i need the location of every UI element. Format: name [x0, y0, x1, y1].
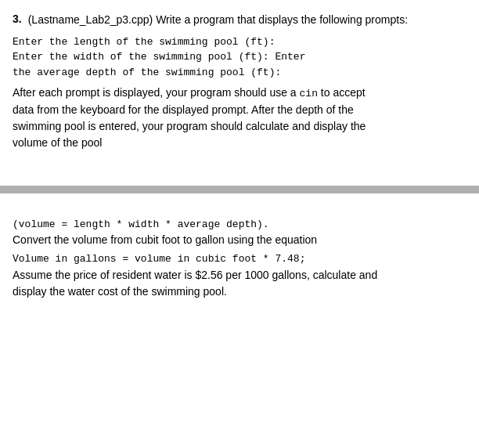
gallons-formula-code: Volume in gallons = volume in cubic foot…: [13, 251, 466, 267]
price-prose: Assume the price of resident water is $2…: [13, 267, 466, 300]
convert-prose: Convert the volume from cubit foot to ga…: [13, 232, 466, 248]
question-number: 3.: [13, 13, 22, 25]
question-title: (Lastname_Lab2_p3.cpp) Write a program t…: [28, 13, 408, 28]
page-container: 3. (Lastname_Lab2_p3.cpp) Write a progra…: [0, 0, 479, 448]
prose-cin-description: After each prompt is displayed, your pro…: [13, 85, 466, 151]
top-section: 3. (Lastname_Lab2_p3.cpp) Write a progra…: [0, 0, 479, 170]
question-header: 3. (Lastname_Lab2_p3.cpp) Write a progra…: [13, 13, 466, 28]
prose-before-cin: After each prompt is displayed, your pro…: [13, 86, 300, 99]
volume-formula-code: (volume = length * width * average depth…: [13, 217, 466, 233]
bottom-section: (volume = length * width * average depth…: [0, 209, 479, 316]
code-prompts: Enter the length of the swimming pool (f…: [13, 34, 466, 81]
cin-inline-code: cin: [300, 88, 318, 99]
section-divider: [0, 186, 479, 193]
